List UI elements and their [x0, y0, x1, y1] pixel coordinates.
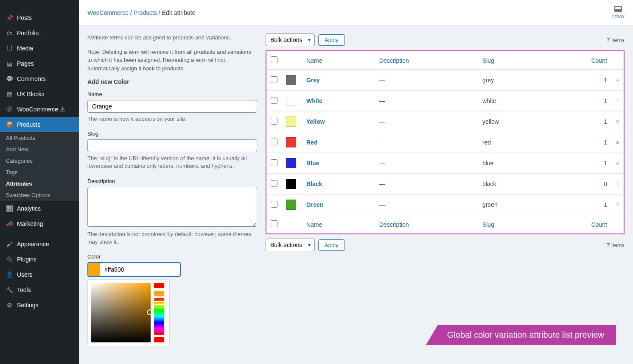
row-checkbox[interactable] — [271, 118, 277, 125]
sidebar-item-portfolio[interactable]: 🗂Portfolio — [0, 25, 79, 41]
row-checkbox[interactable] — [271, 139, 277, 145]
slug-input[interactable] — [87, 139, 257, 152]
plug-icon: 🔌 — [5, 255, 14, 264]
sidebar-item-uxblocks[interactable]: ▦UX Blocks — [0, 86, 79, 102]
drag-handle[interactable]: ≡ — [611, 91, 624, 111]
row-checkbox[interactable] — [271, 76, 277, 83]
col-description[interactable]: Description — [375, 51, 478, 70]
term-name-link[interactable]: Blue — [306, 160, 319, 167]
bulk-actions-select-bottom[interactable]: Bulk actions — [266, 239, 315, 251]
term-name-link[interactable]: Black — [306, 181, 322, 187]
subitem-swatches[interactable]: Swatches Options — [0, 189, 79, 201]
sidebar-item-posts[interactable]: 📌Posts — [0, 10, 79, 25]
hue-handle[interactable] — [153, 301, 165, 305]
subitem-categories[interactable]: Categories — [0, 155, 79, 167]
term-count-link[interactable]: 0 — [604, 181, 607, 187]
table-row: Yellow — yellow 1 ≡ — [266, 111, 624, 132]
term-description: — — [375, 153, 478, 174]
hue-bottom-swatch[interactable] — [154, 337, 164, 342]
row-checkbox[interactable] — [271, 180, 277, 187]
items-count-bottom: 7 items — [607, 242, 625, 248]
color-swatch — [286, 75, 296, 85]
term-count-link[interactable]: 1 — [604, 160, 607, 167]
row-checkbox[interactable] — [271, 201, 277, 208]
sidebar-item-media[interactable]: 🎞Media — [0, 41, 79, 56]
apply-button-bottom[interactable]: Apply — [318, 239, 345, 251]
blocks-icon: ▦ — [5, 90, 14, 98]
term-name-link[interactable]: Red — [306, 139, 317, 146]
description-textarea[interactable] — [87, 187, 257, 227]
term-slug: black — [478, 174, 546, 195]
terms-table: Name Description Slug Count Grey — grey … — [266, 50, 625, 234]
sidebar-item-settings[interactable]: ⚙Settings — [0, 297, 79, 313]
color-hex-input[interactable] — [100, 264, 180, 275]
select-all-checkbox-bottom[interactable] — [271, 220, 277, 227]
saturation-handle[interactable] — [147, 309, 153, 315]
term-name-link[interactable]: Grey — [306, 77, 320, 83]
sidebar-item-marketing[interactable]: 📣Marketing — [0, 216, 79, 231]
slug-label: Slug — [87, 131, 257, 137]
sidebar-item-tools[interactable]: 🔧Tools — [0, 282, 79, 297]
col-count-foot[interactable]: Count — [546, 215, 611, 234]
term-name-link[interactable]: White — [306, 97, 322, 104]
table-row: White — white 1 ≡ — [266, 91, 624, 111]
col-name[interactable]: Name — [302, 51, 375, 70]
apply-button-top[interactable]: Apply — [318, 34, 345, 46]
table-row: Black — black 0 ≡ — [266, 174, 624, 195]
term-description: — — [375, 91, 478, 111]
bulk-actions-select-wrap: Bulk actions — [266, 33, 315, 46]
term-count-link[interactable]: 1 — [604, 97, 607, 104]
breadcrumb-woocommerce[interactable]: WooCommerce — [87, 9, 129, 16]
subitem-tags[interactable]: Tags — [0, 167, 79, 178]
color-label: Color — [87, 253, 257, 260]
col-count[interactable]: Count — [546, 51, 611, 70]
drag-handle[interactable]: ≡ — [611, 174, 624, 195]
bulk-actions-select[interactable]: Bulk actions — [266, 33, 315, 46]
subitem-add-new[interactable]: Add New — [0, 144, 79, 155]
drag-handle[interactable]: ≡ — [611, 153, 624, 174]
table-row: Blue — blue 1 ≡ — [266, 153, 624, 174]
col-slug-foot[interactable]: Slug — [478, 215, 546, 234]
slug-hint: The "slug" is the URL-friendly version o… — [87, 155, 257, 170]
select-all-checkbox-top[interactable] — [271, 56, 277, 63]
table-row: Grey — grey 1 ≡ — [266, 70, 624, 91]
drag-handle[interactable]: ≡ — [611, 70, 624, 91]
sidebar-item-products[interactable]: 📦Products — [0, 117, 79, 132]
sidebar-item-plugins[interactable]: 🔌Plugins — [0, 252, 79, 267]
sidebar-item-users[interactable]: 👤Users — [0, 267, 79, 282]
drag-handle[interactable]: ≡ — [611, 132, 624, 153]
sidebar-item-comments[interactable]: 💬Comments — [0, 71, 79, 86]
term-slug: green — [478, 195, 546, 215]
drag-handle[interactable]: ≡ — [611, 195, 624, 215]
row-checkbox[interactable] — [271, 97, 277, 104]
color-preview-swatch[interactable] — [88, 263, 100, 276]
term-name-link[interactable]: Yellow — [306, 118, 325, 125]
drag-handle[interactable]: ≡ — [611, 111, 624, 132]
term-count-link[interactable]: 1 — [604, 77, 607, 83]
sidebar-item-appearance[interactable]: 🖌Appearance — [0, 236, 79, 252]
sidebar-item-pages[interactable]: ▤Pages — [0, 56, 79, 71]
brush-icon: 🖌 — [5, 240, 14, 248]
sidebar-item-woocommerce[interactable]: ⓦWooCommerce ⚠ — [0, 102, 79, 117]
media-icon: 🎞 — [5, 44, 14, 53]
subitem-all-products[interactable]: All Products — [0, 132, 79, 144]
table-row: Red — red 1 ≡ — [266, 132, 624, 153]
term-count-link[interactable]: 1 — [604, 201, 607, 208]
subitem-attributes[interactable]: Attributes — [0, 178, 79, 189]
row-checkbox[interactable] — [271, 159, 277, 166]
term-name-link[interactable]: Green — [306, 201, 323, 208]
term-count-link[interactable]: 1 — [604, 139, 607, 146]
products-submenu: All Products Add New Categories Tags Att… — [0, 132, 79, 201]
name-input[interactable] — [87, 100, 257, 113]
term-count-link[interactable]: 1 — [604, 118, 607, 125]
term-description: — — [375, 174, 478, 195]
col-description-foot[interactable]: Description — [375, 215, 478, 234]
breadcrumb-products[interactable]: Products — [134, 9, 157, 16]
col-slug[interactable]: Slug — [478, 51, 546, 70]
sidebar-item-analytics[interactable]: 📊Analytics — [0, 201, 79, 216]
hue-slider[interactable] — [154, 298, 164, 335]
col-name-foot[interactable]: Name — [302, 215, 375, 234]
hue-top-swatch[interactable] — [154, 283, 164, 288]
saturation-picker[interactable] — [91, 283, 151, 342]
inbox-button[interactable]: Inbox — [612, 6, 625, 19]
